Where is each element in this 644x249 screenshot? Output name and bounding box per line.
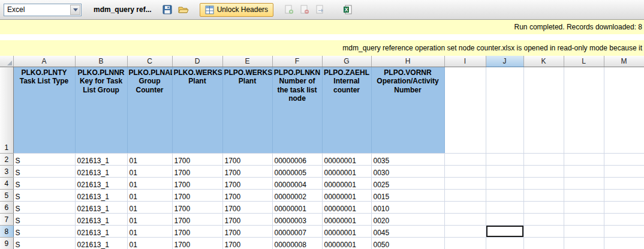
- cell-D9[interactable]: 1700: [172, 237, 222, 249]
- cell-A7[interactable]: S: [13, 213, 75, 225]
- cell-E9[interactable]: 1700: [222, 237, 272, 249]
- cell-E2[interactable]: 1700: [222, 153, 272, 165]
- cell-G5[interactable]: 00000001: [322, 189, 371, 201]
- cell-J6[interactable]: [486, 201, 523, 213]
- cell-B5[interactable]: 021613_1: [75, 189, 127, 201]
- column-header-I[interactable]: I: [444, 56, 486, 67]
- cell-H3[interactable]: 0030: [371, 165, 444, 177]
- cell-A8[interactable]: S: [13, 225, 75, 237]
- cell-K2[interactable]: [523, 153, 564, 165]
- cell-M5[interactable]: [604, 189, 644, 201]
- cell-B2[interactable]: 021613_1: [75, 153, 127, 165]
- cell-L1[interactable]: [564, 67, 604, 153]
- cell-G2[interactable]: 00000001: [322, 153, 371, 165]
- cell-H4[interactable]: 0025: [371, 177, 444, 189]
- cell-F8[interactable]: 00000007: [272, 225, 322, 237]
- row-header-8[interactable]: 8: [0, 225, 13, 237]
- row-header-3[interactable]: 3: [0, 165, 13, 177]
- cell-B7[interactable]: 021613_1: [75, 213, 127, 225]
- cell-H7[interactable]: 0020: [371, 213, 444, 225]
- cell-D2[interactable]: 1700: [172, 153, 222, 165]
- cell-H5[interactable]: 0015: [371, 189, 444, 201]
- cell-I7[interactable]: [444, 213, 486, 225]
- column-header-E[interactable]: E: [222, 56, 272, 67]
- select-all-corner[interactable]: [0, 56, 13, 67]
- cell-C8[interactable]: 01: [127, 225, 172, 237]
- cell-A5[interactable]: S: [13, 189, 75, 201]
- open-in-excel-button[interactable]: X: [342, 4, 354, 16]
- delete-record-button[interactable]: [299, 4, 311, 16]
- row-header-6[interactable]: 6: [0, 201, 13, 213]
- column-header-J[interactable]: J: [486, 56, 523, 67]
- cell-F4[interactable]: 00000004: [272, 177, 322, 189]
- cell-L7[interactable]: [564, 213, 604, 225]
- row-header-1[interactable]: 1: [0, 67, 13, 153]
- column-header-H[interactable]: H: [371, 56, 444, 67]
- cell-J4[interactable]: [486, 177, 523, 189]
- row-header-2[interactable]: 2: [0, 153, 13, 165]
- cell-G3[interactable]: 00000001: [322, 165, 371, 177]
- cell-A6[interactable]: S: [13, 201, 75, 213]
- cell-H8[interactable]: 0045: [371, 225, 444, 237]
- cell-M1[interactable]: [604, 67, 644, 153]
- cell-I4[interactable]: [444, 177, 486, 189]
- cell-L3[interactable]: [564, 165, 604, 177]
- cell-L6[interactable]: [564, 201, 604, 213]
- cell-E8[interactable]: 1700: [222, 225, 272, 237]
- export-record-button[interactable]: [314, 4, 326, 16]
- cell-K1[interactable]: [523, 67, 564, 153]
- row-header-7[interactable]: 7: [0, 213, 13, 225]
- column-header-K[interactable]: K: [523, 56, 564, 67]
- cell-I1[interactable]: [444, 67, 486, 153]
- cell-K6[interactable]: [523, 201, 564, 213]
- cell-A9[interactable]: S: [13, 237, 75, 249]
- cell-G9[interactable]: 00000001: [322, 237, 371, 249]
- cell-D4[interactable]: 1700: [172, 177, 222, 189]
- add-record-button[interactable]: [283, 4, 295, 16]
- cell-K7[interactable]: [523, 213, 564, 225]
- column-header-A[interactable]: A: [13, 56, 75, 67]
- cell-B6[interactable]: 021613_1: [75, 201, 127, 213]
- cell-B4[interactable]: 021613_1: [75, 177, 127, 189]
- app-selector[interactable]: Excel: [4, 4, 82, 16]
- cell-G1[interactable]: PLPO.ZAEHL Internal counter: [322, 67, 371, 153]
- cell-G8[interactable]: 00000001: [322, 225, 371, 237]
- cell-F6[interactable]: 00000001: [272, 201, 322, 213]
- cell-L8[interactable]: [564, 225, 604, 237]
- cell-J7[interactable]: [486, 213, 523, 225]
- cell-K9[interactable]: [523, 237, 564, 249]
- cell-E6[interactable]: 1700: [222, 201, 272, 213]
- cell-C6[interactable]: 01: [127, 201, 172, 213]
- open-button[interactable]: [177, 4, 190, 16]
- cell-M2[interactable]: [604, 153, 644, 165]
- cell-E4[interactable]: 1700: [222, 177, 272, 189]
- cell-E3[interactable]: 1700: [222, 165, 272, 177]
- column-header-D[interactable]: D: [172, 56, 222, 67]
- cell-J1[interactable]: [486, 67, 523, 153]
- cell-L4[interactable]: [564, 177, 604, 189]
- cell-A1[interactable]: PLKO.PLNTY Task List Type: [13, 67, 75, 153]
- cell-M8[interactable]: [604, 225, 644, 237]
- cell-H9[interactable]: 0050: [371, 237, 444, 249]
- column-header-L[interactable]: L: [564, 56, 604, 67]
- cell-J5[interactable]: [486, 189, 523, 201]
- cell-F1[interactable]: PLPO.PLNKN Number of the task list node: [272, 67, 322, 153]
- cell-G6[interactable]: 00000001: [322, 201, 371, 213]
- column-header-F[interactable]: F: [272, 56, 322, 67]
- column-header-M[interactable]: M: [604, 56, 644, 67]
- cell-E1[interactable]: PLPO.WERKS Plant: [222, 67, 272, 153]
- cell-C7[interactable]: 01: [127, 213, 172, 225]
- cell-D6[interactable]: 1700: [172, 201, 222, 213]
- cell-A4[interactable]: S: [13, 177, 75, 189]
- cell-F3[interactable]: 00000005: [272, 165, 322, 177]
- cell-M4[interactable]: [604, 177, 644, 189]
- cell-B3[interactable]: 021613_1: [75, 165, 127, 177]
- column-header-B[interactable]: B: [75, 56, 127, 67]
- cell-L5[interactable]: [564, 189, 604, 201]
- cell-C1[interactable]: PLKO.PLNAL Group Counter: [127, 67, 172, 153]
- cell-I8[interactable]: [444, 225, 486, 237]
- cell-D7[interactable]: 1700: [172, 213, 222, 225]
- cell-F2[interactable]: 00000006: [272, 153, 322, 165]
- cell-M7[interactable]: [604, 213, 644, 225]
- cell-D8[interactable]: 1700: [172, 225, 222, 237]
